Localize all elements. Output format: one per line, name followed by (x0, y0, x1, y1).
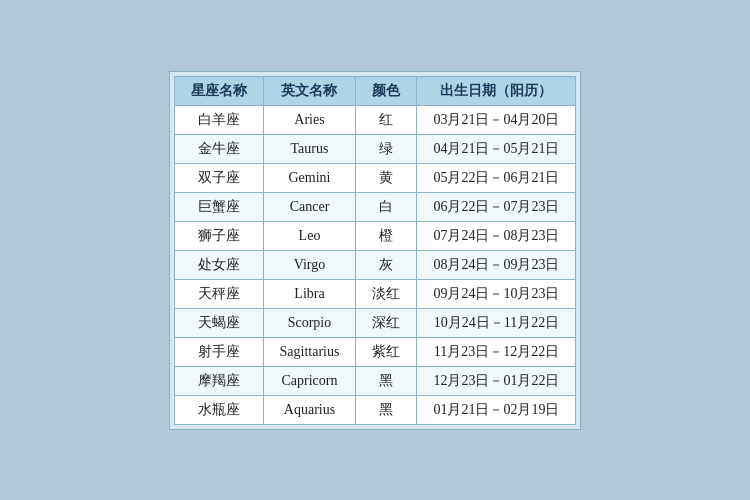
table-row: 金牛座Taurus绿04月21日－05月21日 (174, 134, 576, 163)
table-cell-3-2: 白 (356, 192, 417, 221)
column-header-1: 英文名称 (263, 76, 356, 105)
table-cell-5-3: 08月24日－09月23日 (417, 250, 576, 279)
table-cell-1-2: 绿 (356, 134, 417, 163)
table-body: 白羊座Aries红03月21日－04月20日金牛座Taurus绿04月21日－0… (174, 105, 576, 424)
table-cell-0-1: Aries (263, 105, 356, 134)
table-row: 巨蟹座Cancer白06月22日－07月23日 (174, 192, 576, 221)
table-cell-9-3: 12月23日－01月22日 (417, 366, 576, 395)
table-header-row: 星座名称英文名称颜色出生日期（阳历） (174, 76, 576, 105)
table-cell-0-2: 红 (356, 105, 417, 134)
column-header-2: 颜色 (356, 76, 417, 105)
table-cell-9-2: 黑 (356, 366, 417, 395)
table-cell-2-3: 05月22日－06月21日 (417, 163, 576, 192)
table-cell-6-3: 09月24日－10月23日 (417, 279, 576, 308)
table-cell-6-1: Libra (263, 279, 356, 308)
table-cell-7-3: 10月24日－11月22日 (417, 308, 576, 337)
table-cell-7-2: 深红 (356, 308, 417, 337)
table-cell-4-3: 07月24日－08月23日 (417, 221, 576, 250)
table-row: 双子座Gemini黄05月22日－06月21日 (174, 163, 576, 192)
table-cell-5-2: 灰 (356, 250, 417, 279)
table-row: 摩羯座Capricorn黑12月23日－01月22日 (174, 366, 576, 395)
table-cell-9-1: Capricorn (263, 366, 356, 395)
table-cell-10-1: Aquarius (263, 395, 356, 424)
table-cell-4-2: 橙 (356, 221, 417, 250)
table-cell-0-3: 03月21日－04月20日 (417, 105, 576, 134)
table-cell-7-1: Scorpio (263, 308, 356, 337)
table-cell-8-3: 11月23日－12月22日 (417, 337, 576, 366)
table-cell-2-2: 黄 (356, 163, 417, 192)
table-cell-4-0: 狮子座 (174, 221, 263, 250)
table-cell-2-0: 双子座 (174, 163, 263, 192)
table-cell-5-0: 处女座 (174, 250, 263, 279)
table-cell-8-0: 射手座 (174, 337, 263, 366)
table-cell-1-1: Taurus (263, 134, 356, 163)
table-cell-3-3: 06月22日－07月23日 (417, 192, 576, 221)
table-cell-6-0: 天秤座 (174, 279, 263, 308)
table-row: 白羊座Aries红03月21日－04月20日 (174, 105, 576, 134)
table-cell-10-0: 水瓶座 (174, 395, 263, 424)
table-cell-1-3: 04月21日－05月21日 (417, 134, 576, 163)
column-header-3: 出生日期（阳历） (417, 76, 576, 105)
table-cell-7-0: 天蝎座 (174, 308, 263, 337)
table-cell-3-0: 巨蟹座 (174, 192, 263, 221)
table-row: 天蝎座Scorpio深红10月24日－11月22日 (174, 308, 576, 337)
table-cell-9-0: 摩羯座 (174, 366, 263, 395)
table-cell-10-2: 黑 (356, 395, 417, 424)
table-cell-1-0: 金牛座 (174, 134, 263, 163)
zodiac-table: 星座名称英文名称颜色出生日期（阳历） 白羊座Aries红03月21日－04月20… (174, 76, 577, 425)
table-row: 狮子座Leo橙07月24日－08月23日 (174, 221, 576, 250)
table-cell-4-1: Leo (263, 221, 356, 250)
table-cell-8-2: 紫红 (356, 337, 417, 366)
table-cell-3-1: Cancer (263, 192, 356, 221)
table-cell-8-1: Sagittarius (263, 337, 356, 366)
table-cell-10-3: 01月21日－02月19日 (417, 395, 576, 424)
column-header-0: 星座名称 (174, 76, 263, 105)
table-row: 水瓶座Aquarius黑01月21日－02月19日 (174, 395, 576, 424)
zodiac-table-container: 星座名称英文名称颜色出生日期（阳历） 白羊座Aries红03月21日－04月20… (169, 71, 582, 430)
table-row: 处女座Virgo灰08月24日－09月23日 (174, 250, 576, 279)
table-cell-0-0: 白羊座 (174, 105, 263, 134)
table-cell-5-1: Virgo (263, 250, 356, 279)
table-row: 天秤座Libra淡红09月24日－10月23日 (174, 279, 576, 308)
table-cell-6-2: 淡红 (356, 279, 417, 308)
table-cell-2-1: Gemini (263, 163, 356, 192)
table-row: 射手座Sagittarius紫红11月23日－12月22日 (174, 337, 576, 366)
